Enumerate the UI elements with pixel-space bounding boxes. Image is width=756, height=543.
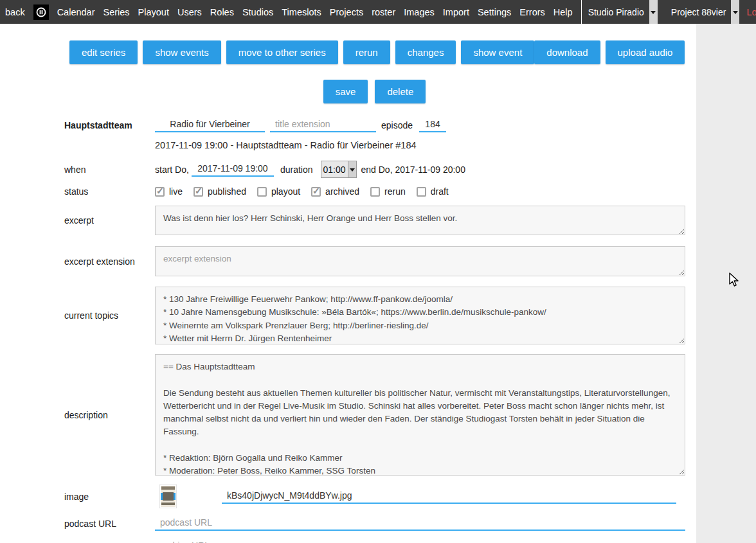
- show-events-button[interactable]: show events: [143, 40, 221, 64]
- current-topics-textarea[interactable]: * 130 Jahre Freiwillige Feuerwehr Pankow…: [155, 287, 685, 344]
- nav-item-roster[interactable]: roster: [372, 7, 395, 17]
- excerpt-row: excerpt Was ist denn hier los? Herr Schi…: [0, 206, 696, 235]
- show-event-button[interactable]: show event: [461, 40, 534, 64]
- start-datetime-input[interactable]: [192, 162, 274, 177]
- nav-item-studios[interactable]: Studios: [242, 7, 273, 17]
- checkbox-archived[interactable]: [311, 187, 321, 197]
- save-button[interactable]: save: [323, 80, 368, 103]
- nav-item-help[interactable]: Help: [554, 7, 573, 17]
- excerpt-label: excerpt: [64, 215, 155, 226]
- dropdown-arrow-icon[interactable]: [731, 0, 739, 24]
- archive-url-row: archive URL: [0, 539, 696, 543]
- nav-item-series[interactable]: Series: [103, 7, 129, 17]
- excerpt-extension-row: excerpt extension: [0, 246, 696, 276]
- podcast-url-row: podcast URL: [0, 516, 696, 531]
- page-body: edit series show events move to other se…: [0, 24, 756, 543]
- status-option-rerun: rerun: [370, 186, 406, 197]
- start-label: start Do,: [155, 165, 189, 175]
- logout-link[interactable]: Logout: [746, 7, 756, 17]
- when-label: when: [64, 165, 155, 175]
- nav-item-users[interactable]: Users: [177, 7, 202, 17]
- title-extension-input[interactable]: [270, 118, 376, 132]
- status-option-playout: playout: [257, 186, 300, 197]
- current-topics-row: current topics * 130 Jahre Freiwillige F…: [0, 287, 696, 344]
- title-input[interactable]: [155, 118, 265, 132]
- duration-select[interactable]: 01:00: [321, 161, 357, 178]
- changes-button[interactable]: changes: [395, 40, 456, 64]
- rerun-button[interactable]: rerun: [343, 40, 390, 64]
- image-filename-input[interactable]: [222, 489, 676, 504]
- episode-input[interactable]: [419, 118, 446, 132]
- toolbar-right-group: download upload audio: [534, 40, 685, 64]
- delete-button[interactable]: delete: [375, 80, 426, 103]
- toolbar-row-1: edit series show events move to other se…: [0, 24, 696, 64]
- nav-item-timeslots[interactable]: Timeslots: [282, 7, 321, 17]
- edit-series-button[interactable]: edit series: [69, 40, 138, 64]
- episode-heading: 2017-11-09 19:00 - Hauptstadtteam - Radi…: [0, 140, 696, 150]
- toolbar-row-2: save delete: [26, 80, 723, 103]
- excerpt-extension-textarea[interactable]: [155, 246, 685, 276]
- studio-select[interactable]: Studio Piradio: [581, 0, 658, 24]
- checkbox-published[interactable]: [194, 187, 203, 197]
- archive-url-input[interactable]: [155, 539, 685, 543]
- title-row: Hauptstadtteam episode: [0, 118, 696, 132]
- nav-item-import[interactable]: Import: [443, 7, 469, 17]
- dropdown-arrow-icon[interactable]: [348, 161, 356, 177]
- end-label: end Do, 2017-11-09 20:00: [361, 165, 465, 175]
- nav-item-images[interactable]: Images: [404, 7, 435, 17]
- nav-item-errors[interactable]: Errors: [519, 7, 544, 17]
- description-label: description: [64, 410, 155, 420]
- nav-item-projects[interactable]: Projects: [330, 7, 363, 17]
- nav-item-playout[interactable]: Playout: [138, 7, 169, 17]
- download-button[interactable]: download: [534, 40, 600, 64]
- excerpt-extension-label: excerpt extension: [64, 256, 155, 267]
- status-row: status live published playout archived: [0, 186, 696, 197]
- move-to-other-series-button[interactable]: move to other series: [226, 40, 338, 64]
- checkbox-live[interactable]: [155, 187, 165, 197]
- content-area: edit series show events move to other se…: [0, 24, 696, 543]
- nav-item-roles[interactable]: Roles: [210, 7, 234, 17]
- top-navbar: back Calendar Series Playout Users Roles…: [0, 0, 756, 24]
- status-option-live: live: [155, 186, 183, 197]
- description-row: description == Das Hauptstadtteam Die Se…: [0, 354, 696, 476]
- episode-form: Hauptstadtteam episode 2017-11-09 19:00 …: [0, 118, 696, 543]
- nav-item-settings[interactable]: Settings: [478, 7, 511, 17]
- status-option-draft: draft: [417, 186, 449, 197]
- image-thumbnail[interactable]: [159, 485, 177, 508]
- status-label: status: [64, 186, 155, 197]
- nav-item-calendar[interactable]: Calendar: [57, 7, 95, 17]
- podcast-url-label: podcast URL: [64, 519, 155, 529]
- series-name-label: Hauptstadtteam: [64, 120, 155, 130]
- project-select[interactable]: Project 88vier: [665, 0, 740, 24]
- when-row: when start Do, duration 01:00 end Do, 20…: [0, 161, 696, 178]
- upload-audio-button[interactable]: upload audio: [606, 40, 685, 64]
- toolbar-left-group: edit series show events move to other se…: [69, 40, 534, 64]
- piradio-logo-icon[interactable]: [33, 4, 49, 20]
- status-option-published: published: [194, 186, 246, 197]
- current-topics-label: current topics: [64, 310, 155, 321]
- checkbox-draft[interactable]: [417, 187, 426, 197]
- description-textarea[interactable]: == Das Hauptstadtteam Die Sendung besteh…: [155, 354, 685, 476]
- podcast-url-input[interactable]: [155, 516, 685, 531]
- checkbox-playout[interactable]: [257, 187, 267, 197]
- navbar-right-group: Studio Piradio Project 88vier Logout mil…: [581, 0, 756, 24]
- dropdown-arrow-icon[interactable]: [649, 0, 658, 24]
- back-link[interactable]: back: [5, 7, 25, 17]
- episode-label: episode: [381, 120, 413, 130]
- excerpt-textarea[interactable]: Was ist denn hier los? Herr Schinski, He…: [155, 206, 685, 235]
- checkbox-rerun[interactable]: [370, 187, 380, 197]
- duration-label: duration: [280, 165, 313, 175]
- image-row: image: [0, 485, 696, 508]
- image-label: image: [64, 492, 155, 502]
- status-option-archived: archived: [311, 186, 359, 197]
